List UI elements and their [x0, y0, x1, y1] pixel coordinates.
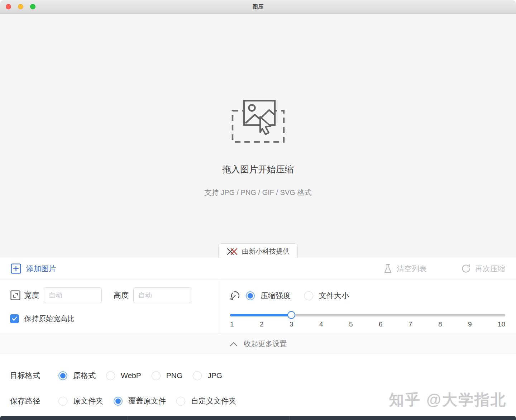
provider-button[interactable]: 由新小科技提供: [218, 243, 298, 259]
toolbar: 添加图片 清空列表 再次压缩: [0, 258, 516, 280]
resize-corners-icon: [10, 290, 21, 301]
double-x-logo-icon: [226, 248, 238, 256]
strength-slider[interactable]: [230, 311, 505, 319]
format-option-original[interactable]: 原格式: [58, 371, 96, 381]
format-webp-label: WebP: [121, 371, 141, 380]
tick-10: 10: [498, 320, 505, 328]
refresh-icon: [461, 264, 471, 273]
radio-format-original[interactable]: [58, 371, 67, 380]
settings-panel: 宽度 高度 保持原始宽高比 压缩: [0, 280, 516, 334]
chevron-up-icon: [229, 342, 238, 347]
collapse-settings-bar[interactable]: 收起更多设置: [0, 334, 516, 354]
add-images-label: 添加图片: [26, 264, 56, 274]
format-jpg-label: JPG: [207, 371, 222, 380]
panel-divider: [220, 280, 220, 334]
keep-ratio-label: 保持原始宽高比: [24, 314, 75, 324]
save-path-label: 保存路径: [10, 396, 44, 406]
height-input[interactable]: [133, 287, 191, 303]
flask-icon: [383, 264, 392, 273]
radio-path-overwrite[interactable]: [114, 397, 123, 406]
format-option-webp[interactable]: WebP: [106, 371, 141, 380]
drop-zone-subtitle: 支持 JPG / PNG / GIF / SVG 格式: [0, 188, 516, 197]
dark-bar-separator: [290, 416, 290, 420]
slider-handle[interactable]: [287, 311, 295, 319]
title-bar: 图压: [0, 0, 516, 14]
tick-7: 7: [408, 320, 412, 328]
compress-again-button[interactable]: 再次压缩: [461, 264, 505, 274]
radio-format-webp[interactable]: [106, 371, 115, 380]
tick-8: 8: [438, 320, 442, 328]
tick-3: 3: [290, 320, 293, 328]
compression-mode-row: 压缩强度 文件大小: [229, 288, 349, 304]
slider-tick-labels: 1 2 3 4 5 6 7 8 9 10: [230, 320, 505, 328]
tick-2: 2: [260, 320, 264, 328]
collapse-settings-label: 收起更多设置: [244, 339, 287, 349]
radio-format-png[interactable]: [152, 371, 161, 380]
path-option-custom-folder[interactable]: 自定义文件夹: [176, 396, 236, 406]
drop-zone[interactable]: 拖入图片开始压缩 支持 JPG / PNG / GIF / SVG 格式 由新小…: [0, 14, 516, 258]
slider-fill: [230, 314, 292, 316]
height-label: 高度: [114, 290, 129, 300]
path-custom-folder-label: 自定义文件夹: [191, 396, 236, 406]
path-overwrite-label: 覆盖原文件: [128, 396, 166, 406]
radio-format-jpg[interactable]: [193, 371, 202, 380]
format-original-label: 原格式: [73, 371, 96, 381]
format-option-png[interactable]: PNG: [152, 371, 183, 380]
radio-path-original-folder[interactable]: [58, 397, 67, 406]
path-original-folder-label: 原文件夹: [73, 396, 103, 406]
compress-again-label: 再次压缩: [475, 264, 505, 274]
tick-4: 4: [319, 320, 323, 328]
format-option-jpg[interactable]: JPG: [193, 371, 222, 380]
clear-list-button[interactable]: 清空列表: [383, 264, 427, 274]
add-images-button[interactable]: 添加图片: [11, 263, 56, 274]
path-option-overwrite[interactable]: 覆盖原文件: [114, 396, 166, 406]
compression-strength-label: 压缩强度: [261, 291, 291, 301]
dark-bar-separator: [128, 416, 128, 420]
path-option-original-folder[interactable]: 原文件夹: [58, 396, 103, 406]
window-title: 图压: [0, 0, 516, 14]
plus-square-icon: [11, 263, 21, 274]
width-input[interactable]: [44, 287, 102, 303]
width-label: 宽度: [24, 290, 39, 300]
app-window: 图压 拖入图片开始压缩 支持 JPG / PNG / GIF / SVG 格式 …: [0, 0, 516, 420]
radio-file-size[interactable]: [304, 291, 313, 300]
more-settings-panel: 目标格式 原格式 WebP PNG JPG 保存路径 原文件夹: [0, 354, 516, 416]
drop-image-icon: [231, 100, 285, 143]
tick-9: 9: [468, 320, 472, 328]
radio-path-custom-folder[interactable]: [176, 397, 185, 406]
target-format-row: 目标格式 原格式 WebP PNG JPG: [10, 368, 233, 383]
bottom-dark-bar: [0, 416, 516, 420]
provider-button-label: 由新小科技提供: [242, 247, 290, 256]
format-png-label: PNG: [166, 371, 183, 380]
tick-6: 6: [379, 320, 383, 328]
size-row: 宽度 高度: [10, 287, 191, 303]
clear-list-label: 清空列表: [397, 264, 427, 274]
check-icon: [12, 316, 17, 321]
tick-5: 5: [349, 320, 353, 328]
tick-1: 1: [230, 320, 234, 328]
keep-ratio-checkbox[interactable]: [10, 314, 19, 323]
file-size-label: 文件大小: [319, 291, 349, 301]
drop-zone-title: 拖入图片开始压缩: [0, 163, 516, 175]
target-format-label: 目标格式: [10, 371, 44, 381]
save-path-row: 保存路径 原文件夹 覆盖原文件 自定义文件夹: [10, 393, 247, 409]
watermark-text: 知乎 @大学指北: [389, 390, 507, 410]
keep-ratio-row: 保持原始宽高比: [10, 314, 75, 324]
radio-compression-strength[interactable]: [246, 291, 255, 300]
gauge-icon: [229, 290, 241, 301]
